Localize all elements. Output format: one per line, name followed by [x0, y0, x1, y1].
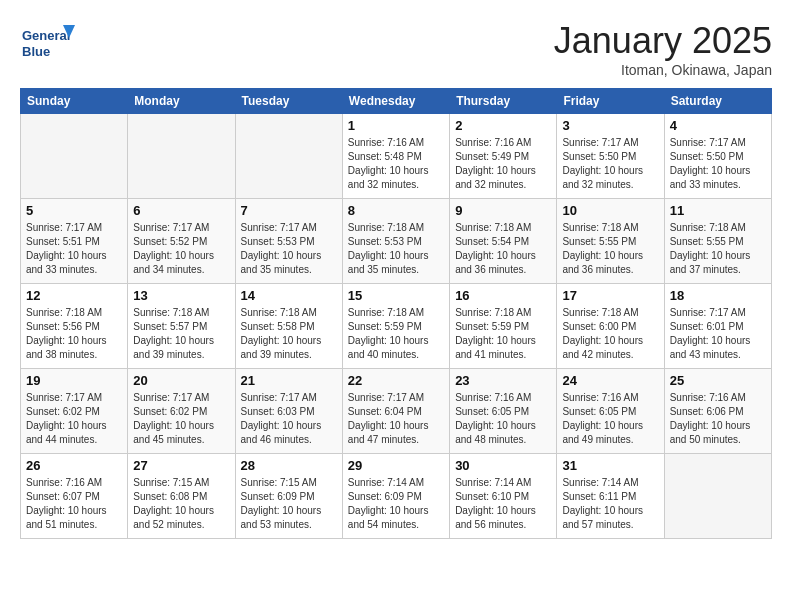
day-number: 3 — [562, 118, 658, 133]
day-number: 29 — [348, 458, 444, 473]
title-block: January 2025 Itoman, Okinawa, Japan — [554, 20, 772, 78]
weekday-header-sunday: Sunday — [21, 89, 128, 114]
calendar-cell: 18 Sunrise: 7:17 AM Sunset: 6:01 PM Dayl… — [664, 284, 771, 369]
day-number: 4 — [670, 118, 766, 133]
sun-info: Sunrise: 7:17 AM Sunset: 5:52 PM Dayligh… — [133, 221, 229, 277]
sun-info: Sunrise: 7:18 AM Sunset: 5:59 PM Dayligh… — [348, 306, 444, 362]
calendar-cell: 27 Sunrise: 7:15 AM Sunset: 6:08 PM Dayl… — [128, 454, 235, 539]
sun-info: Sunrise: 7:15 AM Sunset: 6:08 PM Dayligh… — [133, 476, 229, 532]
calendar-cell: 29 Sunrise: 7:14 AM Sunset: 6:09 PM Dayl… — [342, 454, 449, 539]
sun-info: Sunrise: 7:16 AM Sunset: 5:49 PM Dayligh… — [455, 136, 551, 192]
calendar-cell: 3 Sunrise: 7:17 AM Sunset: 5:50 PM Dayli… — [557, 114, 664, 199]
sun-info: Sunrise: 7:14 AM Sunset: 6:11 PM Dayligh… — [562, 476, 658, 532]
day-number: 21 — [241, 373, 337, 388]
day-number: 14 — [241, 288, 337, 303]
logo-svg: General Blue — [20, 20, 75, 70]
calendar-cell: 4 Sunrise: 7:17 AM Sunset: 5:50 PM Dayli… — [664, 114, 771, 199]
day-number: 16 — [455, 288, 551, 303]
calendar-cell: 22 Sunrise: 7:17 AM Sunset: 6:04 PM Dayl… — [342, 369, 449, 454]
weekday-header-friday: Friday — [557, 89, 664, 114]
calendar-cell: 13 Sunrise: 7:18 AM Sunset: 5:57 PM Dayl… — [128, 284, 235, 369]
calendar-cell — [664, 454, 771, 539]
calendar-cell: 5 Sunrise: 7:17 AM Sunset: 5:51 PM Dayli… — [21, 199, 128, 284]
calendar-week-row: 5 Sunrise: 7:17 AM Sunset: 5:51 PM Dayli… — [21, 199, 772, 284]
weekday-header-row: SundayMondayTuesdayWednesdayThursdayFrid… — [21, 89, 772, 114]
sun-info: Sunrise: 7:14 AM Sunset: 6:10 PM Dayligh… — [455, 476, 551, 532]
sun-info: Sunrise: 7:17 AM Sunset: 6:03 PM Dayligh… — [241, 391, 337, 447]
calendar-cell: 15 Sunrise: 7:18 AM Sunset: 5:59 PM Dayl… — [342, 284, 449, 369]
day-number: 15 — [348, 288, 444, 303]
sun-info: Sunrise: 7:18 AM Sunset: 5:59 PM Dayligh… — [455, 306, 551, 362]
sun-info: Sunrise: 7:18 AM Sunset: 6:00 PM Dayligh… — [562, 306, 658, 362]
weekday-header-monday: Monday — [128, 89, 235, 114]
day-number: 25 — [670, 373, 766, 388]
weekday-header-thursday: Thursday — [450, 89, 557, 114]
day-number: 13 — [133, 288, 229, 303]
calendar-cell: 14 Sunrise: 7:18 AM Sunset: 5:58 PM Dayl… — [235, 284, 342, 369]
sun-info: Sunrise: 7:17 AM Sunset: 5:50 PM Dayligh… — [670, 136, 766, 192]
sun-info: Sunrise: 7:18 AM Sunset: 5:57 PM Dayligh… — [133, 306, 229, 362]
calendar-week-row: 1 Sunrise: 7:16 AM Sunset: 5:48 PM Dayli… — [21, 114, 772, 199]
sun-info: Sunrise: 7:18 AM Sunset: 5:54 PM Dayligh… — [455, 221, 551, 277]
day-number: 23 — [455, 373, 551, 388]
calendar-week-row: 19 Sunrise: 7:17 AM Sunset: 6:02 PM Dayl… — [21, 369, 772, 454]
sun-info: Sunrise: 7:18 AM Sunset: 5:55 PM Dayligh… — [670, 221, 766, 277]
sun-info: Sunrise: 7:18 AM Sunset: 5:56 PM Dayligh… — [26, 306, 122, 362]
sun-info: Sunrise: 7:16 AM Sunset: 6:07 PM Dayligh… — [26, 476, 122, 532]
day-number: 10 — [562, 203, 658, 218]
day-number: 28 — [241, 458, 337, 473]
day-number: 20 — [133, 373, 229, 388]
sun-info: Sunrise: 7:16 AM Sunset: 5:48 PM Dayligh… — [348, 136, 444, 192]
svg-text:General: General — [22, 28, 70, 43]
sun-info: Sunrise: 7:18 AM Sunset: 5:58 PM Dayligh… — [241, 306, 337, 362]
sun-info: Sunrise: 7:17 AM Sunset: 6:01 PM Dayligh… — [670, 306, 766, 362]
calendar-cell: 10 Sunrise: 7:18 AM Sunset: 5:55 PM Dayl… — [557, 199, 664, 284]
calendar-cell: 23 Sunrise: 7:16 AM Sunset: 6:05 PM Dayl… — [450, 369, 557, 454]
calendar-cell: 28 Sunrise: 7:15 AM Sunset: 6:09 PM Dayl… — [235, 454, 342, 539]
day-number: 18 — [670, 288, 766, 303]
day-number: 19 — [26, 373, 122, 388]
calendar-cell: 12 Sunrise: 7:18 AM Sunset: 5:56 PM Dayl… — [21, 284, 128, 369]
sun-info: Sunrise: 7:15 AM Sunset: 6:09 PM Dayligh… — [241, 476, 337, 532]
day-number: 8 — [348, 203, 444, 218]
day-number: 26 — [26, 458, 122, 473]
sun-info: Sunrise: 7:18 AM Sunset: 5:53 PM Dayligh… — [348, 221, 444, 277]
calendar-cell: 6 Sunrise: 7:17 AM Sunset: 5:52 PM Dayli… — [128, 199, 235, 284]
calendar-cell: 2 Sunrise: 7:16 AM Sunset: 5:49 PM Dayli… — [450, 114, 557, 199]
calendar-cell — [128, 114, 235, 199]
calendar-cell: 26 Sunrise: 7:16 AM Sunset: 6:07 PM Dayl… — [21, 454, 128, 539]
calendar-cell: 11 Sunrise: 7:18 AM Sunset: 5:55 PM Dayl… — [664, 199, 771, 284]
sun-info: Sunrise: 7:17 AM Sunset: 6:02 PM Dayligh… — [26, 391, 122, 447]
day-number: 9 — [455, 203, 551, 218]
day-number: 11 — [670, 203, 766, 218]
day-number: 5 — [26, 203, 122, 218]
sun-info: Sunrise: 7:17 AM Sunset: 5:51 PM Dayligh… — [26, 221, 122, 277]
day-number: 2 — [455, 118, 551, 133]
day-number: 6 — [133, 203, 229, 218]
page-header: General Blue January 2025 Itoman, Okinaw… — [20, 20, 772, 78]
calendar-cell: 7 Sunrise: 7:17 AM Sunset: 5:53 PM Dayli… — [235, 199, 342, 284]
location-title: Itoman, Okinawa, Japan — [554, 62, 772, 78]
day-number: 30 — [455, 458, 551, 473]
calendar-cell: 8 Sunrise: 7:18 AM Sunset: 5:53 PM Dayli… — [342, 199, 449, 284]
day-number: 22 — [348, 373, 444, 388]
calendar-cell: 16 Sunrise: 7:18 AM Sunset: 5:59 PM Dayl… — [450, 284, 557, 369]
sun-info: Sunrise: 7:17 AM Sunset: 5:50 PM Dayligh… — [562, 136, 658, 192]
calendar-week-row: 12 Sunrise: 7:18 AM Sunset: 5:56 PM Dayl… — [21, 284, 772, 369]
calendar-cell: 21 Sunrise: 7:17 AM Sunset: 6:03 PM Dayl… — [235, 369, 342, 454]
calendar-cell: 1 Sunrise: 7:16 AM Sunset: 5:48 PM Dayli… — [342, 114, 449, 199]
day-number: 7 — [241, 203, 337, 218]
calendar-cell: 17 Sunrise: 7:18 AM Sunset: 6:00 PM Dayl… — [557, 284, 664, 369]
calendar-cell: 19 Sunrise: 7:17 AM Sunset: 6:02 PM Dayl… — [21, 369, 128, 454]
sun-info: Sunrise: 7:14 AM Sunset: 6:09 PM Dayligh… — [348, 476, 444, 532]
weekday-header-tuesday: Tuesday — [235, 89, 342, 114]
sun-info: Sunrise: 7:16 AM Sunset: 6:05 PM Dayligh… — [562, 391, 658, 447]
calendar-week-row: 26 Sunrise: 7:16 AM Sunset: 6:07 PM Dayl… — [21, 454, 772, 539]
day-number: 24 — [562, 373, 658, 388]
logo: General Blue — [20, 20, 75, 70]
svg-text:Blue: Blue — [22, 44, 50, 59]
weekday-header-saturday: Saturday — [664, 89, 771, 114]
calendar-cell — [235, 114, 342, 199]
calendar-cell: 24 Sunrise: 7:16 AM Sunset: 6:05 PM Dayl… — [557, 369, 664, 454]
calendar-table: SundayMondayTuesdayWednesdayThursdayFrid… — [20, 88, 772, 539]
